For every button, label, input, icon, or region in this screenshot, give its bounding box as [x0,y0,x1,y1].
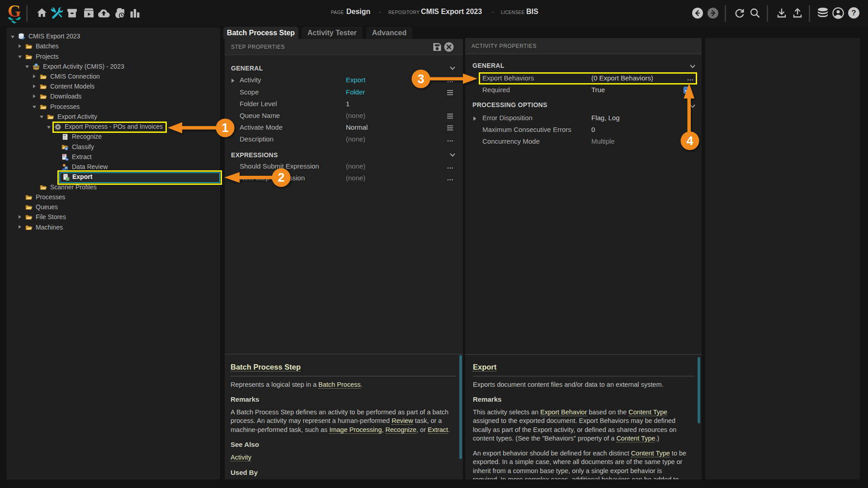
svg-text:2: 2 [278,171,284,184]
svg-text:3: 3 [417,72,424,86]
svg-text:4: 4 [686,134,693,148]
svg-text:1: 1 [222,121,228,135]
